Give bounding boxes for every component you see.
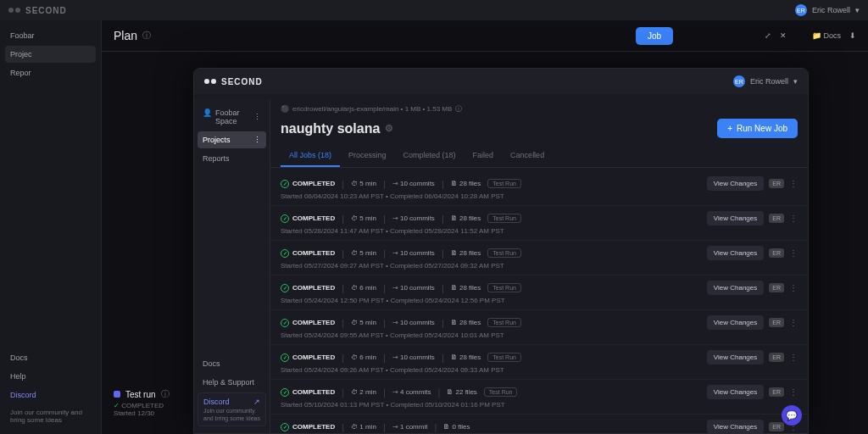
test-run-badge: Test Run [487,318,521,327]
tab[interactable]: All Jobs (18) [281,145,340,167]
view-changes-button[interactable]: View Changes [707,385,764,399]
info-icon[interactable]: ⓘ [142,30,151,42]
tab[interactable]: Completed (18) [395,145,465,167]
bg-sidebar-item[interactable]: Foobar [5,27,96,44]
view-changes-button[interactable]: View Changes [707,315,764,330]
test-run-badge: Test Run [487,283,521,292]
bg-user-name: Eric Rowell [812,6,850,14]
duration: ⏱ 5 min [351,249,376,257]
sidebar-item-reports[interactable]: Reports [198,150,266,167]
chat-bubble[interactable]: 💬 [782,405,802,426]
project-title: naughty solana ⚙ [281,121,393,136]
info-icon: ⓘ [455,104,462,114]
main-discord[interactable]: Discord↗ Join our community and bring so… [198,392,266,426]
test-run-badge: Test Run [487,248,521,258]
bg-brand-text: SECOND [25,6,67,15]
files: 🗎 22 files [447,388,477,396]
bg-run-job[interactable]: Job [636,27,673,45]
tab[interactable]: Cancelled [502,145,553,167]
job-row: ✓COMPLETED | ⏱ 2 min | ⊸ 4 commits | 🗎 2… [270,380,808,415]
commits: ⊸ 10 commits [392,180,435,187]
more-icon[interactable]: ⋮ [789,318,798,327]
more-icon[interactable]: ⋮ [789,353,798,362]
status-chip: ✓COMPLETED [281,353,335,362]
main-docs[interactable]: Docs [198,355,266,372]
status-chip: ✓COMPLETED [281,180,335,188]
github-icon: ⚫ [281,105,289,113]
duration: ⏱ 5 min [351,214,376,222]
tab[interactable]: Failed [465,145,503,167]
tab[interactable]: Processing [340,145,395,167]
bg-docs[interactable]: Docs [5,349,96,366]
check-icon: ✓ [281,353,289,362]
user-chip: ER [769,214,784,223]
test-run-badge: Test Run [487,353,521,362]
user-chip: ER [769,283,784,292]
bg-discord-sub: Join our community and bring some ideas [5,405,96,427]
sidebar-item-projects[interactable]: Projects⋮ [198,131,266,148]
view-changes-button[interactable]: View Changes [707,176,764,191]
check-icon: ✓ [281,319,289,327]
files: 🗎 28 files [451,319,481,326]
main-content: ⚫ ericdrowell/angularjs-example/main • 1… [270,99,808,433]
expand-icon[interactable]: ⤢ [765,31,771,40]
main-panel: SECOND ER Eric Rowell ▾ 👤Foobar Space⋮ P… [193,68,809,434]
view-changes-button[interactable]: View Changes [707,420,764,433]
files: 🗎 28 files [451,249,481,257]
duration: ⏱ 6 min [351,353,376,361]
more-icon[interactable]: ⋮ [789,387,798,397]
duration: ⏱ 5 min [351,180,376,187]
more-icon[interactable]: ⋮ [789,248,798,258]
completed-bg: ✓ COMPLETED Started 12/30 [114,402,164,417]
run-new-job-button[interactable]: + Run New Job [717,119,798,138]
close-icon[interactable]: ✕ [780,31,787,40]
view-changes-button[interactable]: View Changes [707,211,764,225]
files: 🗎 28 files [451,214,481,222]
plan-title: Plan ⓘ [114,29,151,42]
docs-link[interactable]: Docs [823,31,841,40]
job-row: ✓COMPLETED | ⏱ 1 min | ⊸ 1 commit | 🗎 0 … [270,415,808,433]
project-header: naughty solana ⚙ + Run New Job [270,119,808,145]
download-icon[interactable]: ⬇ [849,31,856,40]
duration: ⏱ 1 min [351,423,376,431]
check-icon: ✓ [281,423,289,431]
gear-icon[interactable]: ⚙ [385,123,393,134]
check-icon: ✓ [281,249,289,258]
tabs: All Jobs (18)ProcessingCompleted (18)Fai… [270,145,808,168]
main-user[interactable]: ER Eric Rowell ▾ [733,75,798,87]
user-chip: ER [769,318,784,327]
more-icon[interactable]: ⋮ [789,214,798,223]
chevron-down-icon: ▾ [793,77,798,86]
files: 🗎 28 files [451,284,481,292]
job-timestamps: Started 05/28/2024 11:47 AM PST • Comple… [281,227,798,235]
job-row: ✓COMPLETED | ⏱ 5 min | ⊸ 10 commits | 🗎 … [270,206,808,241]
bg-discord[interactable]: Discord [5,387,96,403]
bg-sidebar-item[interactable]: Projec [5,46,96,63]
plus-icon: + [727,124,732,133]
bg-sidebar: Foobar Projec Repor Docs Help Discord Jo… [0,20,102,434]
bg-help[interactable]: Help [5,368,96,385]
bg-user[interactable]: ER Eric Rowell ▾ [795,4,860,16]
duration: ⏱ 2 min [351,388,376,396]
info-icon: ⓘ [161,388,170,400]
more-icon[interactable]: ⋮ [789,283,798,292]
test-run-row[interactable]: Test run ⓘ [114,388,170,400]
job-row: ✓COMPLETED | ⏱ 5 min | ⊸ 10 commits | 🗎 … [270,241,808,275]
user-chip: ER [769,179,784,188]
main-help[interactable]: Help & Support [198,374,266,391]
status-chip: ✓COMPLETED [281,214,335,223]
view-changes-button[interactable]: View Changes [707,350,764,364]
avatar: ER [795,4,807,16]
job-timestamps: Started 05/10/2024 01:13 PM PST • Comple… [281,401,798,409]
workspace-select[interactable]: 👤Foobar Space⋮ [198,104,266,130]
more-icon[interactable]: ⋮ [789,179,798,188]
view-changes-button[interactable]: View Changes [707,246,764,260]
chevron-down-icon: ▾ [855,6,860,14]
job-row: ✓COMPLETED | ⏱ 6 min | ⊸ 10 commits | 🗎 … [270,345,808,380]
bg-sidebar-item[interactable]: Repor [5,64,96,81]
view-changes-button[interactable]: View Changes [707,281,764,295]
job-row: ✓COMPLETED | ⏱ 6 min | ⊸ 10 commits | 🗎 … [270,275,808,310]
commits: ⊸ 10 commits [392,319,435,326]
breadcrumb[interactable]: ⚫ ericdrowell/angularjs-example/main • 1… [270,99,808,119]
check-icon: ✓ [281,388,289,397]
